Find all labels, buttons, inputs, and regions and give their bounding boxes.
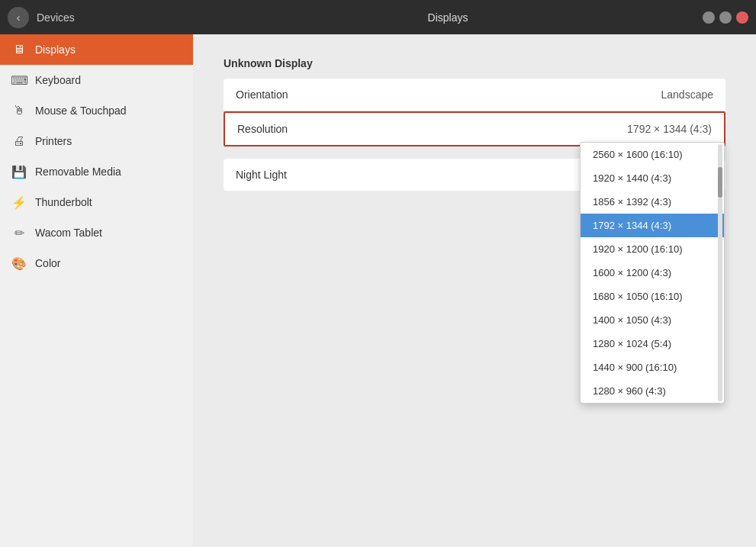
sidebar-label-removable-media: Removable Media <box>35 166 121 178</box>
sidebar-item-displays[interactable]: 🖥Displays <box>0 34 193 65</box>
sidebar-label-mouse-touchpad: Mouse & Touchpad <box>35 105 127 117</box>
titlebar: ‹ Devices Displays <box>0 0 756 34</box>
resolution-dropdown[interactable]: 2560 × 1600 (16:10)1920 × 1440 (4:3)1856… <box>580 142 725 404</box>
maximize-button[interactable] <box>719 11 732 24</box>
dropdown-option[interactable]: 1920 × 1440 (4:3) <box>581 166 724 190</box>
wacom-tablet-icon: ✏ <box>12 226 26 240</box>
sidebar-item-color[interactable]: 🎨Color <box>0 248 193 278</box>
sidebar-label-displays: Displays <box>35 43 76 56</box>
sidebar-label-color: Color <box>35 257 60 269</box>
resolution-label: Resolution <box>237 123 288 135</box>
sidebar-item-printers[interactable]: 🖨Printers <box>0 126 193 156</box>
titlebar-title: Displays <box>193 11 703 24</box>
mouse-touchpad-icon: 🖱 <box>12 104 26 117</box>
window-controls <box>703 11 756 24</box>
displays-icon: 🖥 <box>12 43 26 56</box>
dropdown-option[interactable]: 1680 × 1050 (16:10) <box>581 285 724 308</box>
keyboard-icon: ⌨ <box>12 73 26 87</box>
dropdown-option[interactable]: 1400 × 1050 (4:3) <box>581 308 724 332</box>
sidebar-label-keyboard: Keyboard <box>35 74 81 86</box>
removable-media-icon: 💾 <box>12 165 26 179</box>
sidebar-label-wacom-tablet: Wacom Tablet <box>35 227 102 239</box>
printers-icon: 🖨 <box>12 134 26 148</box>
dropdown-option[interactable]: 1280 × 960 (4:3) <box>581 379 724 403</box>
orientation-label: Orientation <box>236 88 288 101</box>
minimize-button[interactable] <box>703 11 715 24</box>
resolution-value: 1792 × 1344 (4:3) <box>627 123 712 135</box>
thunderbolt-icon: ⚡ <box>12 195 26 209</box>
sidebar-item-wacom-tablet[interactable]: ✏Wacom Tablet <box>0 217 193 248</box>
dropdown-option[interactable]: 2560 × 1600 (16:10) <box>581 143 724 166</box>
sidebar-item-thunderbolt[interactable]: ⚡Thunderbolt <box>0 187 193 217</box>
sidebar-item-keyboard[interactable]: ⌨Keyboard <box>0 65 193 95</box>
main-layout: 🖥Displays⌨Keyboard🖱Mouse & Touchpad🖨Prin… <box>0 34 756 547</box>
dropdown-option[interactable]: 1280 × 1024 (5:4) <box>581 332 724 356</box>
close-button[interactable] <box>736 11 748 24</box>
back-button[interactable]: ‹ <box>8 7 29 28</box>
sidebar-item-mouse-touchpad[interactable]: 🖱Mouse & Touchpad <box>0 95 193 126</box>
dropdown-option[interactable]: 1440 × 900 (16:10) <box>581 356 724 379</box>
dropdown-option[interactable]: 1920 × 1200 (16:10) <box>581 237 724 261</box>
dropdown-option[interactable]: 1792 × 1344 (4:3) <box>581 214 724 237</box>
orientation-value: Landscape <box>661 88 713 101</box>
sidebar-label-thunderbolt: Thunderbolt <box>35 196 92 208</box>
titlebar-devices-label: Devices <box>37 11 75 24</box>
sidebar-label-printers: Printers <box>35 135 72 147</box>
color-icon: 🎨 <box>12 256 26 270</box>
sidebar: 🖥Displays⌨Keyboard🖱Mouse & Touchpad🖨Prin… <box>0 34 193 547</box>
resolution-row[interactable]: Resolution 1792 × 1344 (4:3) 2560 × 1600… <box>224 111 725 146</box>
sidebar-item-removable-media[interactable]: 💾Removable Media <box>0 156 193 187</box>
section-title: Unknown Display <box>224 57 725 69</box>
display-settings-box: Orientation Landscape Resolution 1792 × … <box>224 79 725 146</box>
titlebar-left: ‹ Devices <box>0 7 193 28</box>
content-area: Unknown Display Orientation Landscape Re… <box>193 34 756 547</box>
orientation-row: Orientation Landscape <box>224 79 725 111</box>
dropdown-option[interactable]: 1600 × 1200 (4:3) <box>581 261 724 285</box>
night-light-label: Night Light <box>236 169 287 181</box>
dropdown-option[interactable]: 1856 × 1392 (4:3) <box>581 190 724 214</box>
